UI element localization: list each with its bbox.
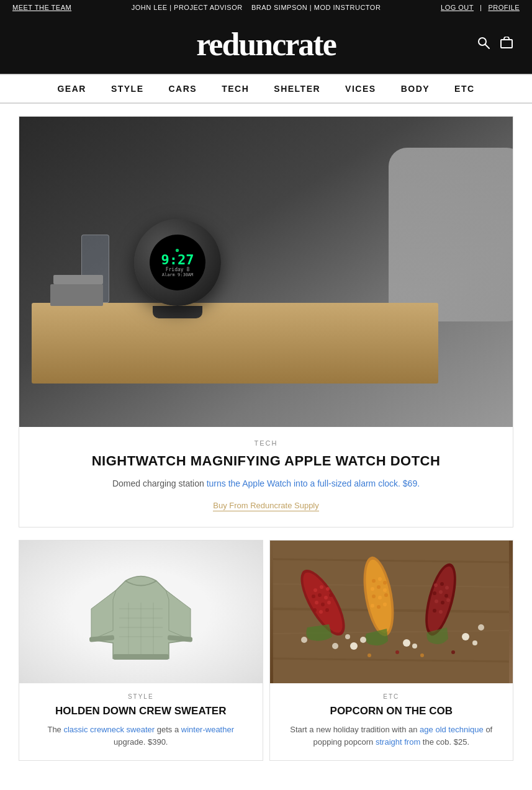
site-logo[interactable]: reduncrate [196,26,336,63]
nav-cars[interactable]: CARS [169,84,197,94]
mod-instructor: BRAD SIMPSON | MOD INSTRUCTOR [251,4,381,11]
nav-etc[interactable]: ETC [454,84,475,94]
nav-tech[interactable]: TECH [222,84,249,94]
pillow [389,148,513,321]
two-col-grid: STYLE HOLDEN DOWN CREW SWEATER The class… [19,540,513,761]
svg-point-46 [377,605,381,609]
svg-point-74 [451,650,455,654]
svg-point-50 [434,583,438,587]
nav-container: GEAR STYLE CARS TECH SHELTER VICES BODY … [0,74,532,104]
svg-point-41 [383,588,387,592]
hero-category: TECH [38,439,494,447]
hero-description: Domed charging station turns the Apple W… [111,477,422,490]
profile-link[interactable]: PROFILE [488,4,520,11]
dock-time: 9:27 [161,253,194,267]
main-nav: GEAR STYLE CARS TECH SHELTER VICES BODY … [0,74,532,103]
top-separator: | [480,4,482,11]
svg-point-61 [350,642,358,650]
popcorn-svg [273,541,509,683]
popcorn-title: POPCORN ON THE COB [282,705,501,717]
sweater-card-text: STYLE HOLDEN DOWN CREW SWEATER The class… [19,683,263,760]
nav-vices[interactable]: VICES [345,84,376,94]
svg-point-59 [433,609,436,613]
books2 [53,275,103,284]
svg-point-25 [318,593,322,597]
svg-point-26 [324,596,328,599]
sweater-title: HOLDEN DOWN CREW SWEATER [32,705,250,717]
sweater-hl-1: classic crewneck sweater [63,725,155,734]
hero-buy-link[interactable]: Buy From Reduncrate Supply [213,501,319,511]
svg-point-62 [360,637,366,643]
top-bar: MEET THE TEAM JOHN LEE | PROJECT ADVISOR… [0,0,532,15]
popcorn-card: ETC POPCORN ON THE COB Start a new holid… [269,540,514,761]
watch-dock: ⏺ 9:27 Friday 8 Alarm 9:30AM [134,219,221,318]
svg-point-21 [313,588,317,592]
popcorn-card-text: ETC POPCORN ON THE COB Start a new holid… [270,683,513,760]
svg-point-31 [313,608,317,612]
sweater-desc-3: upgrade. $390. [114,737,168,747]
svg-point-65 [412,644,417,649]
svg-rect-2 [501,40,512,48]
svg-point-24 [312,595,315,598]
popcorn-hl-1: age old technique [420,725,484,734]
svg-point-72 [395,650,399,654]
nav-gear[interactable]: GEAR [57,84,86,94]
popcorn-image [270,541,513,683]
svg-point-43 [378,596,382,599]
svg-point-36 [372,579,376,583]
top-right-actions: LOG OUT | PROFILE [441,4,520,11]
svg-point-63 [345,634,350,639]
svg-point-29 [321,603,325,606]
popcorn-category: ETC [282,693,501,700]
svg-point-58 [446,598,450,602]
svg-point-56 [435,599,438,603]
svg-point-22 [320,585,323,589]
popcorn-desc-3: the cob. $25. [420,737,469,747]
svg-point-32 [319,610,323,614]
sweater-image [19,541,263,683]
sweater-desc-1: The [47,725,63,734]
books [50,284,103,306]
svg-point-71 [367,653,371,657]
svg-point-54 [439,590,443,594]
popcorn-desc-1: Start a new holiday tradition with an [290,725,420,734]
hero-image: ⏺ 9:27 Friday 8 Alarm 9:30AM [19,117,513,427]
svg-rect-10 [113,654,169,660]
dock-sphere: ⏺ 9:27 Friday 8 Alarm 9:30AM [134,219,221,306]
popcorn-bg [270,541,513,683]
search-icon[interactable] [477,37,490,52]
dock-screen: ⏺ 9:27 Friday 8 Alarm 9:30AM [150,235,205,290]
desc-text-1: Domed charging station [112,478,207,488]
sweater-category: STYLE [32,693,250,700]
header-icons [477,37,513,52]
dock-base [153,306,202,318]
hero-article-text: TECH NIGHTWATCH MAGNIFYING APPLE WATCH D… [19,427,513,527]
svg-point-28 [315,601,318,604]
hero-title: NIGHTWATCH MAGNIFYING APPLE WATCH DOTCH [38,453,494,469]
nav-style[interactable]: STYLE [111,84,144,94]
svg-point-27 [329,593,333,597]
dock-alarm: Alarm 9:30AM [162,272,194,277]
project-advisor: JOHN LEE | PROJECT ADVISOR [132,4,243,11]
popcorn-desc: Start a new holiday tradition with an ag… [282,724,501,748]
svg-point-60 [439,610,443,614]
nightstand [32,303,438,384]
nav-shelter[interactable]: SHELTER [274,84,320,94]
sweater-bg [19,541,263,683]
top-center: JOHN LEE | PROJECT ADVISOR BRAD SIMPSON … [132,4,381,11]
meet-the-team-link[interactable]: MEET THE TEAM [12,4,71,11]
svg-point-70 [478,624,484,631]
svg-point-30 [327,601,331,604]
svg-point-57 [441,601,444,604]
cart-icon[interactable] [500,37,513,52]
nav-body[interactable]: BODY [401,84,430,94]
svg-point-64 [403,639,410,647]
svg-point-52 [445,586,449,590]
svg-point-0 [479,38,486,45]
svg-point-69 [301,637,307,643]
svg-point-51 [440,582,444,586]
svg-point-44 [384,593,388,597]
sweater-hl-2: winter-weather [181,725,234,734]
svg-point-45 [371,604,374,608]
logout-link[interactable]: LOG OUT [441,4,474,11]
